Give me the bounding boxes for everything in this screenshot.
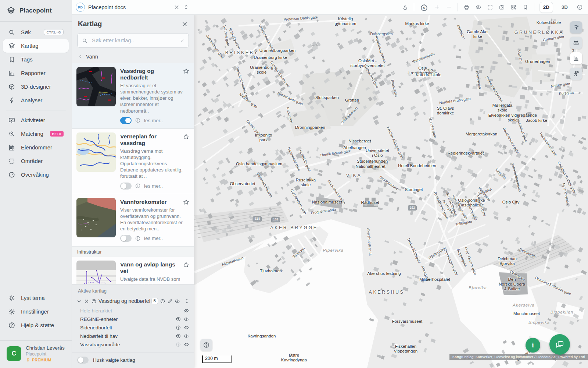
read-more-link[interactable]: les mer.. [144, 118, 163, 123]
read-more-link[interactable]: les mer.. [144, 183, 163, 189]
help-circle-icon [8, 322, 15, 329]
close-document-icon[interactable] [173, 4, 180, 10]
scale-bar: 200 m [202, 355, 232, 363]
label-toggle-icon[interactable] [176, 325, 181, 330]
building-icon [8, 144, 15, 151]
chat-bubble-icon [555, 340, 564, 349]
sun-icon [8, 294, 15, 302]
position-icon[interactable] [402, 4, 408, 10]
favorite-star-icon[interactable] [183, 68, 190, 75]
switch-document-icon[interactable] [183, 4, 189, 10]
remember-layers-toggle[interactable] [77, 357, 89, 364]
print-icon[interactable] [463, 4, 470, 10]
measure-tool[interactable] [570, 37, 582, 49]
divider [6, 110, 66, 110]
plan-label: PREMIUM [32, 358, 51, 362]
layer-thumbnail [76, 261, 116, 284]
layer-help-icon[interactable] [91, 298, 97, 304]
map-help-button[interactable] [200, 339, 212, 351]
chart-tool[interactable] [570, 52, 582, 64]
tree-row-regine-enheter[interactable]: REGINE-enheter [80, 315, 189, 323]
remove-layer-icon[interactable] [84, 298, 89, 304]
sidebar-item-tags[interactable]: Tags [3, 53, 69, 66]
layer-title: Verneplan for vassdrag [120, 133, 183, 146]
user-name: Christian Løverås [26, 345, 65, 351]
select-rotate-tool[interactable] [570, 21, 582, 33]
tree-row-nedborfelt-til-hav[interactable]: Nedbørfelt til hav [80, 332, 189, 340]
reorder-icon[interactable] [184, 298, 190, 304]
chevron-down-icon[interactable] [76, 298, 82, 304]
layer-toggle[interactable] [120, 235, 132, 242]
zoom-in-icon[interactable] [434, 4, 440, 10]
view-2d-button[interactable]: 2D [540, 2, 553, 13]
info-circle-icon[interactable] [135, 236, 141, 241]
activity-monitor-icon [8, 117, 15, 124]
screenshot-icon[interactable] [499, 4, 505, 10]
panel-close-icon[interactable] [181, 21, 188, 28]
clear-search-icon[interactable] [180, 38, 184, 43]
qr-code-icon[interactable] [510, 4, 517, 10]
sidebar-item-matching[interactable]: Matching BETA [3, 127, 69, 141]
palette-icon[interactable] [160, 298, 165, 304]
eye-off-icon[interactable] [184, 308, 189, 314]
travel-time-tool[interactable] [570, 68, 582, 80]
chat-button[interactable] [549, 334, 570, 355]
eye-icon[interactable] [184, 316, 189, 322]
eye-icon[interactable] [184, 333, 189, 339]
tree-row-hele-hierarkiet[interactable]: Hele hierarkiet [80, 307, 189, 315]
edit-pen-icon[interactable] [167, 298, 173, 304]
tree-row-vassdragsomrade[interactable]: Vassdragsområde [80, 340, 189, 349]
view-3d-button[interactable]: 3D [558, 2, 571, 13]
sidebar-item-omrader[interactable]: Områder [3, 154, 69, 168]
tree-row-sidenedborfelt[interactable]: Sidenedborfelt [80, 323, 189, 332]
layer-card-vannforekomster[interactable]: Vannforekomster Viser vannforekomster fo… [72, 194, 194, 247]
favorite-star-icon[interactable] [183, 133, 190, 140]
layer-card-verneplan[interactable]: Verneplan for vassdrag Vassdrag verna mo… [72, 129, 194, 194]
label-toggle-icon[interactable] [176, 316, 181, 322]
info-circle-icon[interactable] [135, 183, 141, 189]
layer-toggle[interactable] [120, 183, 132, 190]
sidebar-item-aktiviteter[interactable]: Aktiviteter [3, 113, 69, 127]
layer-search[interactable] [77, 33, 189, 48]
layer-card-vann-avlop[interactable]: Vann og avløp langs vei Utvalgte data fr… [72, 257, 194, 284]
read-more-link[interactable]: les mer.. [144, 236, 163, 241]
bookmark-toolbar-icon[interactable] [522, 4, 528, 10]
label-toggle-icon[interactable] [176, 333, 181, 339]
info-icon[interactable] [577, 4, 583, 10]
breadcrumb-vann[interactable]: Vann [72, 52, 194, 63]
map-info-button[interactable]: i [526, 338, 540, 353]
sidebar-item-kartlag[interactable]: Kartlag [3, 39, 69, 53]
sidebar-item-overvaking[interactable]: Overvåking [3, 168, 69, 181]
layer-card-vassdrag[interactable]: Vassdrag og nedbørfelt Et vassdrag er et… [72, 63, 194, 129]
avatar: C [7, 346, 21, 361]
zoom-out-icon[interactable] [446, 4, 452, 10]
sidebar-item-label: Hjelp & støtte [21, 322, 54, 328]
layer-search-input[interactable] [91, 37, 176, 44]
sidebar-item-sok[interactable]: Søk CTRL+G [3, 25, 69, 39]
eye-icon[interactable] [184, 325, 189, 330]
sidebar-item-label: Analyser [21, 97, 42, 103]
sidebar-item-hjelp[interactable]: Hjelp & støtte [3, 318, 69, 332]
sidebar-item-innstillinger[interactable]: Innstillinger [3, 305, 69, 318]
layer-toggle[interactable] [120, 117, 132, 124]
eye-icon[interactable] [184, 342, 189, 347]
sidebar-item-lyst-tema[interactable]: Lyst tema [3, 291, 69, 305]
active-layers-header: Aktive kartlag [72, 287, 194, 297]
layer-description: Vassdrag verna mot kraftutbygging. Oppda… [120, 148, 183, 180]
fullscreen-icon[interactable] [487, 4, 493, 10]
info-circle-icon[interactable] [135, 117, 141, 123]
active-layer-row[interactable]: Vassdrag og nedbørfelt 5 [72, 297, 194, 307]
compass-icon[interactable]: N [420, 3, 429, 12]
label-toggle-icon[interactable] [176, 342, 181, 347]
sidebar-item-analyser[interactable]: Analyser [3, 93, 69, 107]
favorite-star-icon[interactable] [183, 199, 190, 206]
search-icon [8, 29, 15, 36]
eye-icon[interactable] [175, 298, 180, 304]
user-card[interactable]: C Christian Løverås Placepoint PREMIUM [0, 340, 72, 368]
map-canvas[interactable]: Professor Dahls gateKristelig gymnasiumM… [194, 15, 588, 368]
favorite-star-icon[interactable] [183, 261, 190, 268]
sidebar-item-eiendommer[interactable]: Eiendommer [3, 141, 69, 154]
visibility-icon[interactable] [475, 4, 481, 10]
sidebar-item-3d-designer[interactable]: 3D-designer [3, 80, 69, 93]
sidebar-item-rapporter[interactable]: Rapporter [3, 66, 69, 80]
